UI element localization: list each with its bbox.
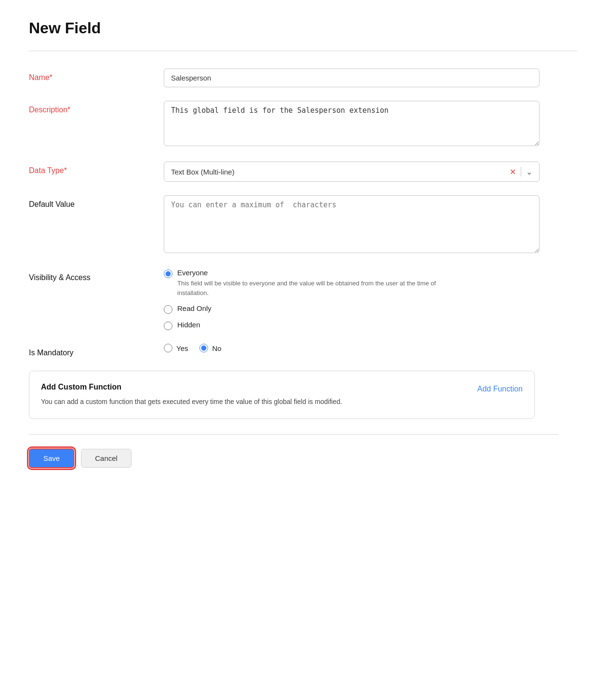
visibility-field-wrapper: Everyone This field will be visible to e… [164,269,559,330]
data-type-selected-value: Text Box (Multi-line) [171,168,510,176]
mandatory-radio-group: Yes No [164,344,559,352]
visibility-everyone-description: This field will be visible to everyone a… [177,279,447,297]
top-divider [29,51,577,51]
mandatory-no-option[interactable]: No [199,344,221,352]
mandatory-label: Is Mandatory [29,344,164,357]
save-button[interactable]: Save [29,448,74,468]
description-input[interactable]: This global field is for the Salesperson… [164,101,540,146]
data-type-select[interactable]: Text Box (Multi-line) ✕ ⌄ [164,162,540,182]
custom-function-content: Add Custom Function You can add a custom… [41,383,378,407]
default-value-label: Default Value [29,195,164,209]
visibility-readonly-label: Read Only [177,304,211,312]
data-type-field-wrapper: Text Box (Multi-line) ✕ ⌄ [164,162,559,182]
visibility-hidden-radio[interactable] [164,322,172,330]
mandatory-yes-radio[interactable] [164,344,172,352]
description-label: Description* [29,101,164,114]
mandatory-row: Is Mandatory Yes No [29,344,559,357]
visibility-readonly-option[interactable]: Read Only [164,304,559,314]
name-label: Name* [29,68,164,82]
visibility-hidden-label: Hidden [177,321,200,329]
custom-function-title: Add Custom Function [41,383,378,391]
bottom-divider [29,434,559,435]
mandatory-no-label: No [212,344,221,352]
custom-function-description: You can add a custom function that gets … [41,396,378,407]
visibility-everyone-radio[interactable] [164,269,172,278]
clear-icon[interactable]: ✕ [510,167,516,176]
mandatory-yes-option[interactable]: Yes [164,344,188,352]
page-title: New Field [29,19,577,37]
visibility-everyone-label: Everyone [177,269,447,277]
visibility-row: Visibility & Access Everyone This field … [29,269,559,330]
default-value-input[interactable] [164,195,540,253]
visibility-everyone-option[interactable]: Everyone This field will be visible to e… [164,269,559,297]
add-function-link[interactable]: Add Function [477,383,523,393]
mandatory-no-radio[interactable] [199,344,208,352]
form-container: Name* Description* This global field is … [29,68,559,419]
name-input[interactable] [164,68,540,87]
data-type-row: Data Type* Text Box (Multi-line) ✕ ⌄ [29,162,559,182]
chevron-down-icon[interactable]: ⌄ [526,167,532,176]
description-row: Description* This global field is for th… [29,101,559,148]
mandatory-yes-label: Yes [176,344,188,352]
default-value-field-wrapper [164,195,559,255]
select-divider [521,167,521,176]
name-row: Name* [29,68,559,87]
description-field-wrapper: This global field is for the Salesperson… [164,101,559,148]
mandatory-field-wrapper: Yes No [164,344,559,352]
default-value-row: Default Value [29,195,559,255]
custom-function-box: Add Custom Function You can add a custom… [29,371,535,419]
visibility-label: Visibility & Access [29,269,164,282]
visibility-readonly-radio[interactable] [164,305,172,314]
button-row: Save Cancel [29,448,577,468]
visibility-radio-group: Everyone This field will be visible to e… [164,269,559,330]
visibility-hidden-option[interactable]: Hidden [164,321,559,330]
name-field-wrapper [164,68,559,87]
cancel-button[interactable]: Cancel [81,449,132,468]
data-type-label: Data Type* [29,162,164,175]
